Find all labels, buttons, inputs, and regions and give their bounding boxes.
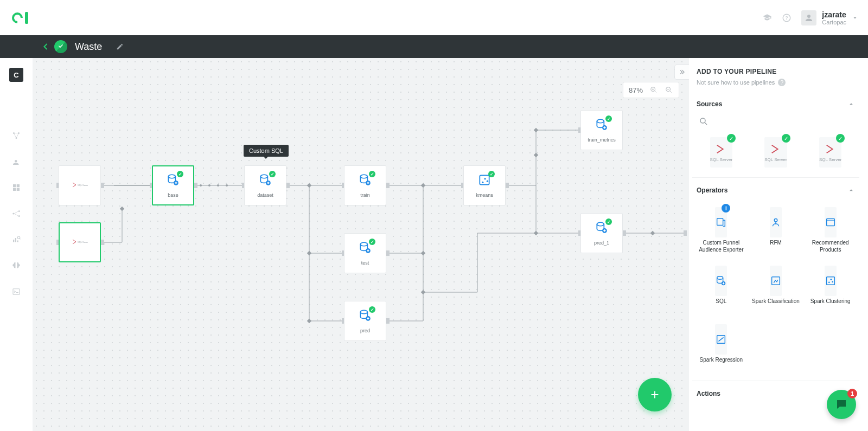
operator-tile-sql[interactable]	[715, 266, 727, 296]
svg-point-53	[168, 175, 175, 178]
node-dataset[interactable]: dataset	[244, 165, 286, 205]
operator-tile-custom-funnel[interactable]: i	[715, 207, 727, 237]
svg-point-66	[487, 181, 488, 182]
project-title: Waste	[75, 41, 102, 53]
svg-point-29	[217, 184, 219, 186]
svg-rect-40	[386, 183, 390, 188]
right-panel: ADD TO YOUR PIPELINE Not sure how to use…	[692, 58, 861, 431]
node-base[interactable]: base	[152, 165, 194, 205]
svg-point-73	[774, 219, 777, 222]
check-badge-icon: ✓	[727, 134, 736, 143]
svg-text:SQL Server: SQL Server	[78, 184, 88, 186]
window-icon	[825, 216, 837, 228]
svg-rect-38	[286, 183, 290, 188]
section-head-sources[interactable]: Sources	[692, 92, 859, 113]
svg-point-84	[722, 338, 723, 339]
user-org: Cartopac	[822, 19, 846, 25]
svg-rect-5	[13, 184, 16, 187]
node-train-metrics[interactable]: train_metrics	[580, 110, 623, 150]
help-badge-icon: ?	[778, 79, 786, 86]
project-header: Waste	[0, 35, 868, 58]
svg-rect-8	[17, 188, 20, 191]
svg-rect-22	[421, 290, 425, 294]
check-badge-icon: ✓	[836, 134, 845, 143]
svg-point-59	[360, 242, 367, 246]
svg-rect-6	[17, 184, 20, 187]
svg-point-57	[360, 175, 367, 178]
pipeline-canvas[interactable]: 87% Custom SQL	[33, 58, 689, 431]
chart-search-icon[interactable]	[11, 235, 21, 245]
svg-rect-21	[421, 251, 425, 255]
plus-icon	[649, 389, 661, 401]
nodes-icon[interactable]	[11, 131, 21, 140]
brain-icon[interactable]	[11, 261, 21, 271]
node-kmeans[interactable]: kmeans	[463, 165, 506, 205]
academy-icon[interactable]	[762, 13, 772, 23]
operator-tile-recommended-products[interactable]	[825, 207, 837, 237]
check-badge-icon: ✓	[782, 134, 790, 143]
search-sources[interactable]	[697, 113, 855, 130]
chevron-up-icon	[847, 100, 855, 108]
svg-rect-63	[480, 175, 489, 184]
svg-rect-36	[194, 183, 197, 188]
app-logo[interactable]	[12, 12, 28, 24]
panel-subtitle[interactable]: Not sure how to use pipelines ?	[697, 79, 857, 86]
svg-rect-25	[534, 231, 538, 235]
double-chevron-right-icon	[678, 68, 686, 76]
spark-class-icon	[770, 275, 782, 287]
node-test[interactable]: test	[344, 233, 386, 273]
zoom-out-icon[interactable]	[665, 86, 673, 94]
grid-icon[interactable]	[11, 183, 21, 192]
svg-rect-33	[101, 183, 104, 188]
user-menu[interactable]: jzarate Cartopac	[801, 10, 858, 25]
chat-icon	[835, 398, 848, 411]
svg-rect-16	[120, 207, 124, 211]
edit-icon[interactable]	[116, 43, 124, 50]
svg-rect-42	[386, 250, 390, 256]
node-train[interactable]: train	[344, 165, 386, 205]
node-source-1[interactable]: SQL Server	[59, 165, 101, 205]
operator-tile-spark-clustering[interactable]	[825, 266, 837, 296]
zoom-controls: 87%	[623, 82, 679, 98]
svg-point-55	[260, 175, 267, 178]
node-pred-1[interactable]: pred_1	[580, 213, 623, 253]
zoom-in-icon[interactable]	[649, 86, 658, 94]
help-icon[interactable]: ?	[782, 13, 792, 23]
sql-icon	[715, 275, 727, 287]
svg-rect-49	[623, 230, 626, 236]
source-tile-sqlserver-3[interactable]: SQL Server ✓	[819, 137, 842, 168]
svg-point-75	[717, 276, 723, 280]
add-node-fab[interactable]	[638, 378, 672, 411]
svg-rect-7	[13, 188, 16, 191]
svg-rect-44	[386, 318, 390, 324]
node-source-2[interactable]: SQL Server	[59, 222, 101, 262]
chevron-down-icon	[852, 15, 858, 21]
svg-point-64	[482, 182, 483, 183]
operator-tile-spark-classification[interactable]	[770, 266, 782, 296]
chat-widget-fab[interactable]: 1	[827, 390, 856, 419]
svg-point-69	[597, 222, 604, 226]
svg-point-67	[597, 119, 604, 123]
source-tile-sqlserver-1[interactable]: SQL Server ✓	[710, 137, 733, 168]
svg-point-65	[484, 178, 486, 179]
svg-rect-74	[826, 219, 834, 226]
sidebar-item-c[interactable]: C	[9, 68, 23, 82]
svg-rect-46	[506, 183, 509, 188]
svg-rect-26	[650, 231, 655, 235]
back-icon[interactable]	[40, 41, 51, 52]
people-icon[interactable]	[11, 157, 21, 166]
collapse-panel-button[interactable]	[674, 65, 689, 80]
svg-point-61	[360, 310, 367, 314]
svg-rect-78	[826, 277, 834, 285]
console-icon[interactable]	[11, 287, 21, 297]
project-avatar-icon	[54, 40, 67, 53]
section-head-operators[interactable]: Operators	[692, 177, 859, 200]
svg-point-9	[12, 213, 14, 215]
operator-tile-rfm[interactable]	[770, 207, 782, 237]
svg-point-11	[18, 215, 20, 217]
node-pred[interactable]: pred	[344, 301, 386, 341]
operator-tile-spark-regression[interactable]	[715, 324, 727, 355]
source-tile-sqlserver-2[interactable]: SQL Server ✓	[764, 137, 787, 168]
flow-icon[interactable]	[11, 209, 21, 218]
funnel-icon	[715, 216, 727, 228]
